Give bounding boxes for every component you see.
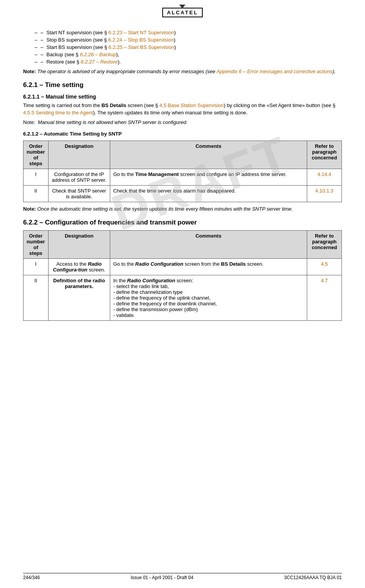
td-desig-622-2: Definition of the radio parameters.	[48, 275, 110, 320]
section-6211-title: 6.2.1.1 – Manual time setting	[23, 94, 342, 100]
section-6212-title: 6.2.1.2 – Automatic Time Setting by SNTP	[23, 131, 342, 137]
td-order-622-1: I	[24, 258, 49, 275]
note-block-1: Note: The operator is advised of any ina…	[23, 69, 342, 74]
th-designation: Designation	[48, 141, 110, 169]
link-start-bs[interactable]: 6.2.25 – Start BS Supervision	[109, 44, 175, 50]
footer: 244/346 Issue 01 - April 2001 - Draft 04…	[23, 573, 342, 580]
footer-page: 244/346	[23, 575, 40, 580]
td-order-622-2: II	[24, 275, 49, 320]
list-item: – Stop BS supervision (see § 6.2.24 – St…	[35, 37, 342, 43]
page: DRAFT ALCATEL – Start NT supervision (se…	[0, 0, 365, 588]
list-item: – Backup (see § 6.2.26 – Backup),	[35, 52, 342, 57]
table-row: I Configuration of the IP address of SNT…	[24, 169, 342, 185]
th-comments-622: Comments	[110, 230, 307, 258]
td-desig-1: Configuration of the IP address of SNTP …	[48, 169, 110, 185]
table-row: II Check that SNTP server is available. …	[24, 185, 342, 202]
th-designation-622: Designation	[48, 230, 110, 258]
bs-details-bold: BS Details	[101, 102, 126, 108]
td-desig-2: Check that SNTP server is available.	[48, 185, 110, 202]
td-ref-2: 4.10.1.3	[307, 185, 342, 202]
th-order-622: Ordernumberof steps	[24, 230, 49, 258]
footer-center: Issue 01 - April 2001 - Draft 04	[131, 575, 193, 580]
th-comments: Comments	[110, 141, 307, 169]
th-order: Ordernumberof steps	[24, 141, 49, 169]
link-backup[interactable]: 6.2.26 – Backup	[80, 52, 116, 57]
logo-box: ALCATEL	[162, 8, 203, 17]
td-comments-622-2: In the Radio Configuration screen: - sel…	[110, 275, 307, 320]
link-stop-bs[interactable]: 6.2.24 – Stop BS Supervision	[108, 37, 174, 43]
td-desig-622-1: Access to the Radio Configura-tion scree…	[48, 258, 110, 275]
bullet-list: – Start NT supervision (see § 6.2.23 – S…	[35, 30, 342, 65]
section-621-title: 6.2.1 – Time setting	[23, 81, 342, 89]
table-row: I Access to the Radio Configura-tion scr…	[24, 258, 342, 275]
logo-triangle-icon	[179, 5, 185, 8]
section-622-title: 6.2.2 – Configuration of frequencies and…	[23, 219, 342, 226]
note-label-6212: Note:	[23, 206, 36, 212]
table-6212: Ordernumberof steps Designation Comments…	[23, 141, 342, 202]
logo-text: ALCATEL	[167, 10, 198, 15]
th-refer-622: Refer toparagraphconcerned	[307, 230, 342, 258]
td-comments-622-1: Go to the Radio Configuration screen fro…	[110, 258, 307, 275]
list-item: – Start NT supervision (see § 6.2.23 – S…	[35, 30, 342, 35]
table-row: II Definition of the radio parameters. I…	[24, 275, 342, 320]
table-622: Ordernumberof steps Designation Comments…	[23, 230, 342, 321]
td-comments-2: Check that the time server loss alarm ha…	[110, 185, 307, 202]
td-order-2: II	[24, 185, 49, 202]
th-refer: Refer toparagraphconcerned	[307, 141, 342, 169]
header: ALCATEL	[23, 8, 342, 20]
link-45[interactable]: 4.5 Base Station Supervision	[160, 102, 224, 108]
list-item: – Start BS supervision (see § 6.2.25 – S…	[35, 44, 342, 50]
link-455[interactable]: 4.5.5 Sending time to the Agent	[23, 110, 93, 116]
list-item: – Restore (see § 6.2.27 – Restore).	[35, 59, 342, 65]
link-nt-supervision[interactable]: 6.2.23 – Start NT Supervision	[108, 30, 174, 35]
section-6211-para: Time setting is carried out from the BS …	[23, 102, 342, 117]
link-restore[interactable]: 6.2.27 – Restore	[81, 59, 118, 65]
note-block-6212: Note: Once the automatic time setting is…	[23, 206, 342, 212]
td-ref-622-1: 4.5	[307, 258, 342, 275]
td-ref-1: 4.14.4	[307, 169, 342, 185]
footer-right: 3CC12426AAAA TQ BJA 01	[284, 575, 342, 580]
td-ref-622-2: 4.7	[307, 275, 342, 320]
note-label-1: Note:	[23, 69, 36, 74]
section-6211-note: Note: Manual time setting is not allowed…	[23, 119, 342, 126]
td-order-1: I	[24, 169, 49, 185]
link-appendix6[interactable]: Appendix 6 – Error messages and correcti…	[217, 69, 333, 74]
td-comments-1: Go to the Time Management screen and con…	[110, 169, 307, 185]
